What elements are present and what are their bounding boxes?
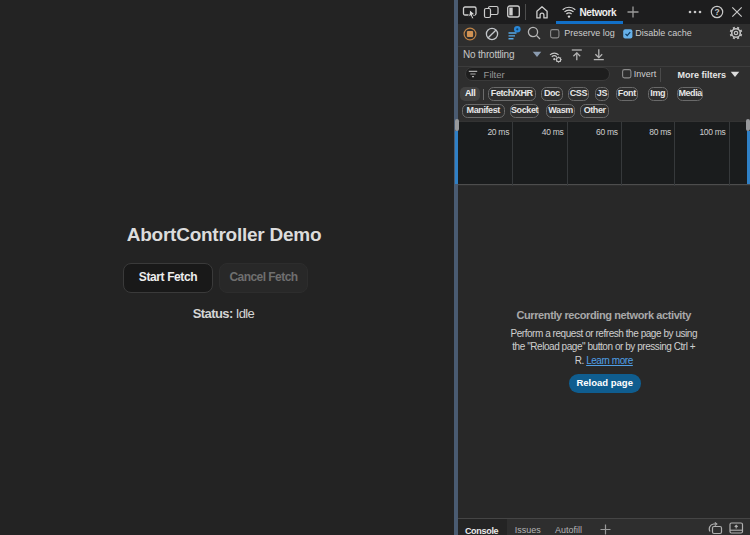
svg-text:?: ? <box>714 7 719 17</box>
